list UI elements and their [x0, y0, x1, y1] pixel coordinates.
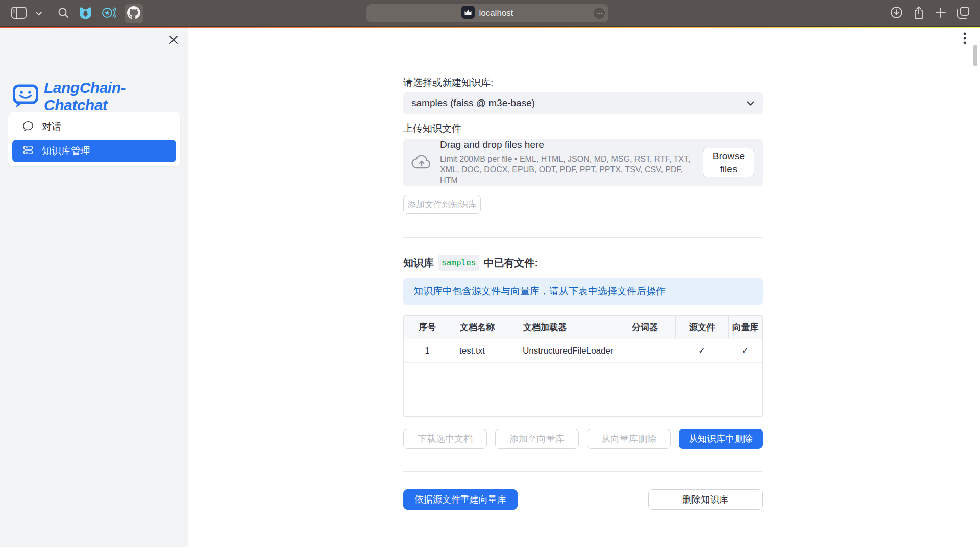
github-icon — [127, 6, 140, 21]
info-banner: 知识库中包含源文件与向量库，请从下表中选择文件后操作 — [403, 278, 763, 305]
chat-icon — [22, 120, 34, 134]
file-actions: 下载选中文档 添加至向量库 从向量库删除 从知识库中删除 — [403, 429, 763, 449]
app-logo-text: LangChain-Chatchat — [44, 79, 188, 114]
cloud-upload-icon — [411, 154, 432, 172]
table-row[interactable]: 1 test.txt UnstructuredFileLoader ✓ ✓ — [404, 339, 762, 363]
address-bar[interactable]: localhost ⋯ — [366, 4, 608, 22]
table-header-row: 序号 文档名称 文档加载器 分词器 源文件 向量库 — [404, 316, 762, 339]
kb-select-value: samples (faiss @ m3e-base) — [411, 97, 747, 109]
search-button[interactable] — [56, 6, 70, 21]
add-to-vectorstore-button[interactable]: 添加至向量库 — [495, 429, 579, 449]
dropzone-title: Drag and drop files here — [440, 139, 695, 151]
sidebar-item-label: 知识库管理 — [42, 144, 90, 158]
main-content: 请选择或新建知识库: samples (faiss @ m3e-base) 上传… — [403, 28, 763, 510]
kb-name-chip: samples — [438, 255, 479, 271]
site-favicon — [461, 6, 475, 21]
chevron-down-icon — [747, 97, 754, 109]
sidebar-close-button[interactable] — [169, 35, 178, 46]
database-icon — [22, 144, 34, 158]
download-selected-button[interactable]: 下载选中文档 — [403, 429, 487, 449]
sidebar-toggle-icon — [11, 7, 27, 20]
kb-bottom-actions: 依据源文件重建向量库 删除知识库 — [403, 489, 763, 510]
scrollbar-thumb[interactable] — [973, 45, 977, 66]
delete-from-vectorstore-button[interactable]: 从向量库删除 — [587, 429, 671, 449]
download-icon — [890, 6, 903, 20]
tabs-icon — [957, 6, 970, 21]
cell-docname: test.txt — [451, 339, 514, 362]
extension-github-button[interactable] — [125, 4, 143, 23]
search-icon — [57, 7, 69, 20]
cell-loader: UnstructuredFileLoader — [514, 339, 623, 362]
tab-overview-button[interactable] — [955, 5, 971, 22]
url-text: localhost — [479, 8, 513, 18]
col-header-splitter: 分词器 — [623, 316, 675, 339]
add-files-button[interactable]: 添加文件到知识库 — [403, 195, 481, 214]
dropzone-hint: Limit 200MB per file • EML, HTML, JSON, … — [440, 154, 695, 186]
sidebar-item-dialogue[interactable]: 对话 — [12, 116, 176, 138]
cat-badge-download-icon — [79, 6, 92, 21]
delete-from-kb-button[interactable]: 从知识库中删除 — [679, 429, 763, 449]
col-header-index: 序号 — [404, 316, 451, 339]
files-heading-prefix: 知识库 — [403, 256, 434, 270]
browse-files-button[interactable]: Browse files — [703, 148, 754, 177]
cell-sourcefile-check: ✓ — [675, 339, 728, 362]
delete-kb-button[interactable]: 删除知识库 — [648, 489, 763, 510]
files-heading: 知识库 samples 中已有文件: — [403, 255, 763, 271]
col-header-vectorstore: 向量库 — [728, 316, 762, 339]
sidebar-menu-chevron[interactable] — [35, 9, 43, 18]
col-header-sourcefile: 源文件 — [675, 316, 728, 339]
col-header-docname: 文档名称 — [451, 316, 514, 339]
chevron-down-icon — [36, 10, 42, 17]
close-icon — [169, 38, 178, 46]
app-logo: LangChain-Chatchat — [12, 79, 188, 114]
upload-label: 上传知识文件 — [403, 122, 763, 135]
extension-circles-star-button[interactable] — [101, 5, 117, 22]
cell-vectorstore-check: ✓ — [728, 339, 762, 362]
kebab-icon — [963, 39, 967, 46]
chat-bubble-logo-icon — [12, 82, 39, 111]
browser-toolbar: localhost ⋯ — [0, 0, 980, 27]
sidebar-nav: 对话 知识库管理 — [8, 112, 180, 166]
sidebar-item-label: 对话 — [42, 120, 61, 134]
sidebar-toggle-button[interactable] — [10, 6, 28, 21]
kb-select-label: 请选择或新建知识库: — [403, 77, 763, 89]
new-tab-button[interactable] — [934, 6, 948, 21]
divider — [403, 471, 763, 472]
plus-icon — [935, 7, 947, 20]
downloads-button[interactable] — [889, 5, 904, 21]
share-button[interactable] — [912, 5, 926, 22]
share-icon — [913, 6, 925, 21]
page-settings-button[interactable]: ⋯ — [594, 8, 605, 19]
file-dropzone[interactable]: Drag and drop files here Limit 200MB per… — [403, 139, 763, 186]
files-heading-suffix: 中已有文件: — [483, 256, 538, 270]
kb-select[interactable]: samples (faiss @ m3e-base) — [403, 92, 763, 114]
app-menu-button[interactable] — [963, 32, 967, 46]
sidebar: LangChain-Chatchat 对话 知识库管理 — [0, 28, 188, 547]
circles-star-icon — [102, 6, 116, 21]
divider — [403, 237, 763, 238]
col-header-loader: 文档加载器 — [514, 316, 623, 339]
sidebar-item-knowledge-base[interactable]: 知识库管理 — [12, 140, 176, 162]
cell-splitter — [623, 339, 675, 362]
extension-cat-badge-button[interactable] — [78, 5, 93, 22]
cell-index: 1 — [404, 339, 451, 362]
rebuild-vectorstore-button[interactable]: 依据源文件重建向量库 — [403, 489, 518, 510]
files-table[interactable]: 序号 文档名称 文档加载器 分词器 源文件 向量库 1 test.txt Uns… — [403, 315, 763, 417]
